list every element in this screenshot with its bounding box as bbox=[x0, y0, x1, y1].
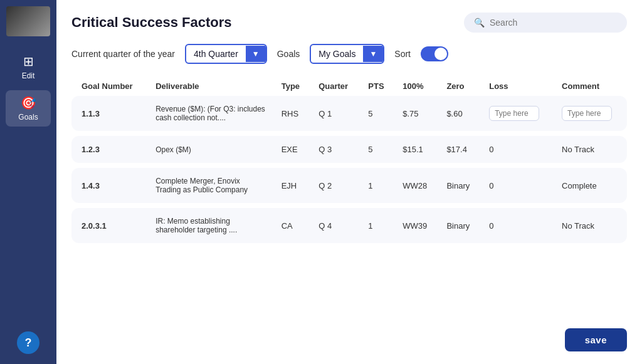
help-label: ? bbox=[25, 336, 32, 350]
row3-goal-number: 1.4.3 bbox=[71, 168, 148, 203]
goals-table: Goal Number Deliverable Type Quarter PTS… bbox=[71, 76, 627, 243]
col-zero: Zero bbox=[439, 76, 482, 96]
sidebar-item-edit[interactable]: ⊞ Edit bbox=[6, 49, 51, 85]
quarter-filter-label: Current quarter of the year bbox=[71, 49, 175, 59]
row3-comment: Complete bbox=[554, 168, 627, 203]
sort-label: Sort bbox=[394, 49, 411, 59]
goals-select-arrow[interactable]: ▼ bbox=[363, 46, 383, 62]
row1-deliverable: Revenue ($M): (For Q3: includes cash col… bbox=[148, 96, 274, 131]
logo-image bbox=[6, 6, 50, 36]
search-input[interactable] bbox=[490, 18, 617, 28]
sidebar: ⊞ Edit 🎯 Goals ? bbox=[0, 0, 56, 364]
row4-deliverable: IR: Memo establishing shareholder target… bbox=[148, 208, 274, 243]
page-title: Critical Success Factors bbox=[71, 14, 232, 31]
row4-goal-number: 2.0.3.1 bbox=[71, 208, 148, 243]
row1-pts: 5 bbox=[360, 96, 395, 131]
sidebar-item-goals[interactable]: 🎯 Goals bbox=[6, 90, 51, 127]
goals-select[interactable]: My Goals ▼ bbox=[310, 44, 384, 64]
row2-loss: 0 bbox=[482, 136, 554, 163]
table-row: 2.0.3.1 IR: Memo establishing shareholde… bbox=[71, 208, 627, 243]
sidebar-logo bbox=[6, 6, 50, 36]
row2-comment: No Track bbox=[554, 136, 627, 163]
row2-deliverable: Opex ($M) bbox=[148, 136, 274, 163]
sidebar-goals-label: Goals bbox=[18, 113, 38, 122]
row3-loss: 0 bbox=[482, 168, 554, 203]
col-goal-number: Goal Number bbox=[71, 76, 148, 96]
row1-quarter: Q 1 bbox=[311, 96, 360, 131]
table-header: Goal Number Deliverable Type Quarter PTS… bbox=[71, 76, 627, 96]
row4-pts: 1 bbox=[360, 208, 395, 243]
table-container: Goal Number Deliverable Type Quarter PTS… bbox=[71, 76, 627, 321]
row2-pts: 5 bbox=[360, 136, 395, 163]
quarter-select[interactable]: 4th Quarter ▼ bbox=[185, 44, 267, 64]
quarter-select-arrow[interactable]: ▼ bbox=[246, 46, 266, 62]
row1-loss[interactable] bbox=[482, 96, 554, 131]
row4-loss: 0 bbox=[482, 208, 554, 243]
search-icon: 🔍 bbox=[474, 18, 485, 28]
search-box[interactable]: 🔍 bbox=[464, 13, 627, 33]
sort-toggle-knob bbox=[434, 48, 447, 60]
sort-toggle-track[interactable] bbox=[421, 46, 448, 61]
sidebar-nav: ⊞ Edit 🎯 Goals bbox=[0, 49, 56, 127]
row4-hundred: WW39 bbox=[395, 208, 439, 243]
row3-quarter: Q 2 bbox=[311, 168, 360, 203]
row1-comment[interactable] bbox=[554, 96, 627, 131]
row3-zero: Binary bbox=[439, 168, 482, 203]
row3-type: EJH bbox=[274, 168, 311, 203]
row1-loss-input[interactable] bbox=[489, 106, 539, 121]
col-quarter: Quarter bbox=[311, 76, 360, 96]
row1-comment-input[interactable] bbox=[562, 106, 612, 121]
table-row: 1.1.3 Revenue ($M): (For Q3: includes ca… bbox=[71, 96, 627, 131]
row1-zero: $.60 bbox=[439, 96, 482, 131]
row1-type: RHS bbox=[274, 96, 311, 131]
row4-zero: Binary bbox=[439, 208, 482, 243]
main-content: Critical Success Factors 🔍 Current quart… bbox=[56, 0, 642, 364]
col-type: Type bbox=[274, 76, 311, 96]
header-row: Critical Success Factors 🔍 bbox=[71, 13, 627, 33]
row4-quarter: Q 4 bbox=[311, 208, 360, 243]
goals-filter-label: Goals bbox=[277, 49, 300, 59]
row3-pts: 1 bbox=[360, 168, 395, 203]
goals-icon: 🎯 bbox=[21, 95, 36, 110]
col-comment: Comment bbox=[554, 76, 627, 96]
row2-hundred: $15.1 bbox=[395, 136, 439, 163]
col-pts: PTS bbox=[360, 76, 395, 96]
row2-zero: $17.4 bbox=[439, 136, 482, 163]
footer-row: save bbox=[71, 321, 627, 351]
row3-hundred: WW28 bbox=[395, 168, 439, 203]
sort-toggle[interactable] bbox=[421, 46, 448, 61]
row2-goal-number: 1.2.3 bbox=[71, 136, 148, 163]
save-button[interactable]: save bbox=[565, 328, 627, 351]
row4-comment: No Track bbox=[554, 208, 627, 243]
help-button[interactable]: ? bbox=[17, 331, 39, 354]
table-body: 1.1.3 Revenue ($M): (For Q3: includes ca… bbox=[71, 96, 627, 243]
quarter-select-value: 4th Quarter bbox=[186, 45, 246, 63]
table-row: 1.4.3 Complete Merger, Enovix Trading as… bbox=[71, 168, 627, 203]
sidebar-edit-label: Edit bbox=[22, 71, 35, 80]
filter-row: Current quarter of the year 4th Quarter … bbox=[71, 44, 627, 64]
row3-deliverable: Complete Merger, Enovix Trading as Publi… bbox=[148, 168, 274, 203]
row1-hundred: $.75 bbox=[395, 96, 439, 131]
row1-goal-number: 1.1.3 bbox=[71, 96, 148, 131]
row2-quarter: Q 3 bbox=[311, 136, 360, 163]
goals-select-value: My Goals bbox=[311, 45, 363, 63]
row4-type: CA bbox=[274, 208, 311, 243]
row2-type: EXE bbox=[274, 136, 311, 163]
col-loss: Loss bbox=[482, 76, 554, 96]
table-row: 1.2.3 Opex ($M) EXE Q 3 5 $15.1 $17.4 0 … bbox=[71, 136, 627, 163]
grid-icon: ⊞ bbox=[23, 54, 34, 69]
col-deliverable: Deliverable bbox=[148, 76, 274, 96]
col-hundred: 100% bbox=[395, 76, 439, 96]
